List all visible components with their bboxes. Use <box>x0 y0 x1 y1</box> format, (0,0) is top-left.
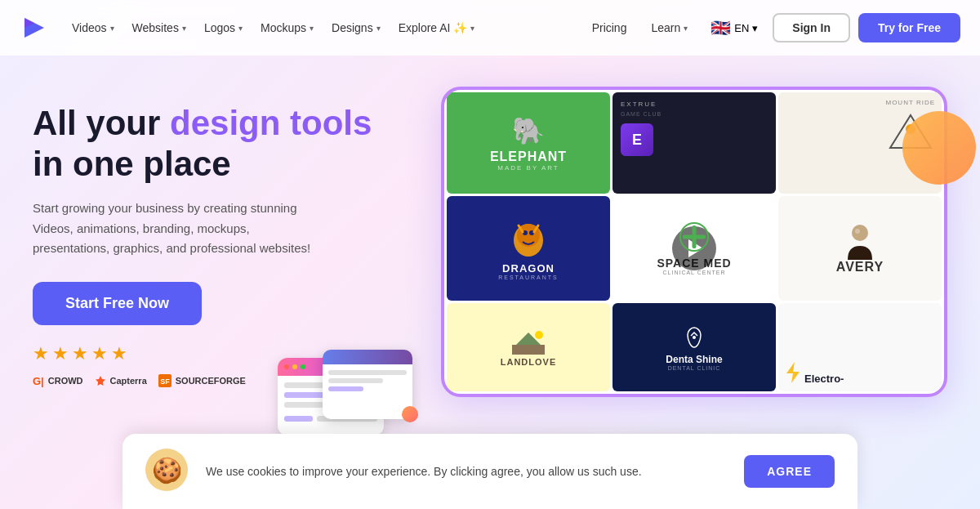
logo-grid: 🐘 ELEPHANT MADE BY ART EXTRUE GAME CLUB … <box>441 87 947 397</box>
orange-blob <box>902 111 976 185</box>
star-3: ★ <box>72 343 88 364</box>
nav-item-designs[interactable]: Designs ▾ <box>323 16 389 39</box>
logo-cell-extrue: EXTRUE GAME CLUB E <box>612 92 776 194</box>
cookie-emoji: 🍪 <box>145 449 188 491</box>
cookie-icon: 🍪 <box>145 449 191 494</box>
hero-description: Start growing your business by creating … <box>33 199 327 259</box>
svg-point-11 <box>852 225 868 241</box>
dragon-icon <box>506 217 551 262</box>
logo-cell-dentashine: Denta Shine DENTAL CLINIC <box>612 303 776 391</box>
navbar: Videos ▾ Websites ▾ Logos ▾ Mockups ▾ De… <box>0 0 980 56</box>
capterra-icon <box>95 375 106 386</box>
svg-text:SF: SF <box>160 377 170 386</box>
sourceforge-icon: SF <box>158 374 172 387</box>
capterra-badge: Capterra <box>95 375 147 386</box>
nav-item-videos[interactable]: Videos ▾ <box>64 16 122 39</box>
logo-panel: 🐘 ELEPHANT MADE BY ART EXTRUE GAME CLUB … <box>441 87 947 397</box>
chevron-down-icon: ▾ <box>376 24 381 33</box>
chevron-down-icon: ▾ <box>238 24 243 33</box>
svg-point-15 <box>535 331 543 339</box>
svg-point-16 <box>693 336 696 339</box>
chevron-down-icon: ▾ <box>182 24 186 33</box>
nav-item-learn[interactable]: Learn ▾ <box>643 16 696 39</box>
hero-section: All your design tools in one place Start… <box>0 56 980 452</box>
svg-marker-2 <box>96 376 105 386</box>
signin-button[interactable]: Sign In <box>773 13 850 42</box>
logo-cell-avery: AVERY <box>778 196 942 301</box>
cookie-banner: 🍪 We use cookies to improve your experie… <box>122 434 858 509</box>
logo-cell-electro: Electro- <box>778 303 942 391</box>
chevron-down-icon: ▾ <box>110 24 114 33</box>
chevron-down-icon: ▾ <box>310 24 314 33</box>
flag-icon: 🇬🇧 <box>710 18 731 38</box>
landlove-icon <box>508 328 549 357</box>
nav-links: Videos ▾ Websites ▾ Logos ▾ Mockups ▾ De… <box>64 16 584 39</box>
dental-icon <box>681 324 707 350</box>
chevron-down-icon: ▾ <box>684 24 688 33</box>
logo-cell-spacemed[interactable]: SPACE MED CLINICAL CENTER <box>612 196 776 301</box>
try-free-button[interactable]: Try for Free <box>858 13 960 42</box>
bolt-icon <box>785 360 801 385</box>
agree-button[interactable]: AGREE <box>744 455 835 488</box>
chevron-down-icon: ▾ <box>752 22 758 34</box>
nav-right: Pricing Learn ▾ 🇬🇧 EN ▾ Sign In Try for … <box>584 13 960 42</box>
sourceforge-badge: SF SOURCEFORGE <box>158 374 246 387</box>
star-4: ★ <box>91 343 108 364</box>
cookie-message: We use cookies to improve your experienc… <box>206 463 729 480</box>
nav-item-websites[interactable]: Websites ▾ <box>124 16 194 39</box>
svg-point-12 <box>855 229 860 234</box>
start-free-button[interactable]: Start Free Now <box>33 282 202 325</box>
hero-title: All your design tools in one place <box>33 103 376 185</box>
svg-rect-13 <box>512 345 545 355</box>
avery-figure-icon <box>840 223 880 260</box>
web-illustration <box>278 329 416 435</box>
logo-cell-landlove: LANDLOVE <box>447 303 610 391</box>
nav-item-logos[interactable]: Logos ▾ <box>196 16 251 39</box>
nav-item-pricing[interactable]: Pricing <box>584 16 635 39</box>
hero-right: 🐘 ELEPHANT MADE BY ART EXTRUE GAME CLUB … <box>392 95 947 397</box>
star-2: ★ <box>52 343 69 364</box>
logo-cell-dragon: DRAGON RESTAURANTS <box>447 196 610 301</box>
decoration-dot <box>402 406 418 422</box>
crowd-badge: G| CROWD <box>33 375 83 387</box>
star-1: ★ <box>33 343 49 364</box>
logo-cell-elephant: 🐘 ELEPHANT MADE BY ART <box>447 92 610 194</box>
star-5: ★ <box>111 343 127 364</box>
nav-item-explore-ai[interactable]: Explore AI ✨ ▾ <box>390 16 483 39</box>
logo[interactable] <box>20 13 49 42</box>
nav-item-mockups[interactable]: Mockups ▾ <box>252 16 322 39</box>
chevron-down-icon: ▾ <box>470 24 474 33</box>
ai-star-icon: ✨ <box>453 21 467 34</box>
language-selector[interactable]: 🇬🇧 EN ▾ <box>704 13 764 42</box>
svg-marker-17 <box>786 362 800 383</box>
web-card-front <box>323 350 412 419</box>
